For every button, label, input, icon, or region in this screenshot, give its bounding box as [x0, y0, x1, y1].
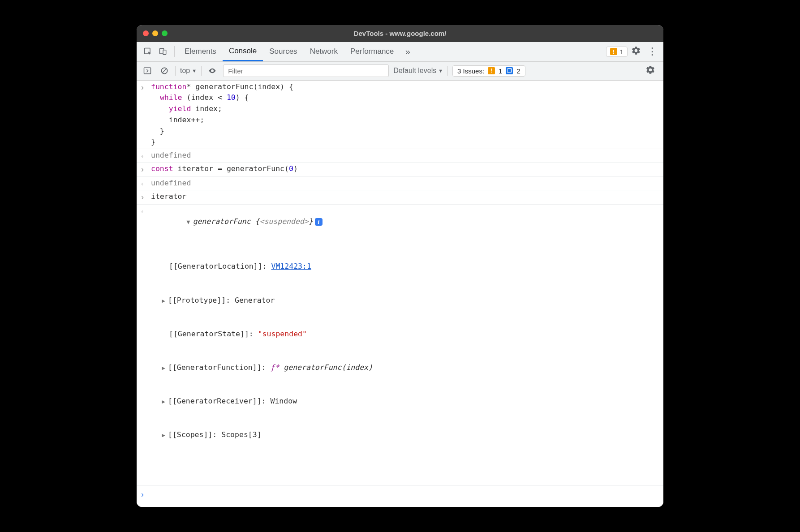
- tab-console[interactable]: Console: [223, 42, 263, 61]
- disclosure-triangle-icon[interactable]: ▶: [162, 431, 168, 440]
- object-preview[interactable]: ▼generatorFunc {<suspended>}i [[Generato…: [151, 206, 659, 485]
- info-badge-icon[interactable]: i: [315, 218, 323, 226]
- filter-input[interactable]: [223, 64, 389, 77]
- window-title: DevTools - www.google.com/: [137, 30, 663, 37]
- property-row[interactable]: ▶[[GeneratorReceiver]]: Window: [169, 395, 659, 407]
- svg-rect-2: [163, 50, 166, 55]
- context-selector[interactable]: top ▼: [180, 67, 197, 75]
- property-row[interactable]: [[GeneratorState]]: "suspended": [169, 328, 659, 340]
- clear-console-icon[interactable]: [158, 64, 171, 77]
- levels-label: Default levels: [393, 67, 436, 75]
- tab-elements[interactable]: Elements: [178, 42, 223, 61]
- close-window-button[interactable]: [143, 30, 149, 36]
- input-chevron-icon: [141, 163, 151, 176]
- divider: [174, 46, 175, 57]
- svg-rect-3: [144, 68, 151, 74]
- input-chevron-icon: [141, 82, 151, 148]
- tab-performance[interactable]: Performance: [344, 42, 400, 61]
- traffic-lights: [143, 30, 168, 36]
- svg-line-5: [162, 69, 167, 73]
- settings-icon[interactable]: [631, 46, 641, 57]
- inspect-element-icon[interactable]: [140, 44, 155, 59]
- chevron-down-icon: ▼: [438, 68, 443, 73]
- console-input-row[interactable]: const iterator = generatorFunc(0): [137, 163, 663, 177]
- issues-info-count: 2: [516, 67, 520, 75]
- console-output-row: undefined: [137, 177, 663, 190]
- issues-warn-count: 1: [499, 67, 502, 75]
- console-output-row: ▼generatorFunc {<suspended>}i [[Generato…: [137, 205, 663, 486]
- live-expression-icon[interactable]: [206, 64, 219, 77]
- property-row[interactable]: ▶[[Prototype]]: Generator: [169, 295, 659, 306]
- titlebar: DevTools - www.google.com/: [137, 25, 663, 42]
- prompt-chevron-icon: [141, 489, 151, 501]
- warning-count: 1: [620, 48, 624, 56]
- source-link[interactable]: VM12423:1: [271, 262, 311, 270]
- output-chevron-icon: [141, 178, 151, 189]
- more-tabs-icon[interactable]: »: [400, 44, 415, 59]
- console-settings-icon[interactable]: [645, 65, 655, 77]
- code-block: function* generatorFunc(index) { while (…: [151, 82, 659, 148]
- sidebar-toggle-icon[interactable]: [141, 64, 154, 77]
- output-chevron-icon: [141, 150, 151, 161]
- property-row[interactable]: [[GeneratorLocation]]: VM12423:1: [169, 261, 659, 272]
- warning-icon: !: [488, 67, 495, 74]
- output-value: undefined: [151, 178, 659, 189]
- issues-label: 3 Issues:: [457, 67, 484, 75]
- divider: [175, 66, 176, 76]
- code-line: iterator: [151, 191, 659, 203]
- console-prompt-row[interactable]: [137, 485, 663, 507]
- issues-pill[interactable]: 3 Issues: ! 1 ❐ 2: [452, 65, 525, 77]
- device-toggle-icon[interactable]: [155, 44, 171, 59]
- property-row[interactable]: ▶[[Scopes]]: Scopes[3]: [169, 429, 659, 441]
- console-prompt[interactable]: [151, 489, 659, 501]
- divider: [447, 66, 448, 76]
- info-icon: ❐: [506, 67, 513, 74]
- output-value: undefined: [151, 150, 659, 161]
- object-name: generatorFunc: [193, 217, 250, 226]
- minimize-window-button[interactable]: [152, 30, 158, 36]
- tab-network[interactable]: Network: [304, 42, 344, 61]
- kebab-menu-icon[interactable]: ⋮: [645, 46, 660, 57]
- divider: [201, 66, 202, 76]
- property-row[interactable]: ▶[[GeneratorFunction]]: ƒ* generatorFunc…: [169, 362, 659, 373]
- console-toolbar: top ▼ Default levels ▼ 3 Issues: ! 1 ❐ 2: [137, 62, 663, 81]
- input-chevron-icon: [141, 191, 151, 203]
- console-input-row[interactable]: function* generatorFunc(index) { while (…: [137, 81, 663, 150]
- main-tabbar: Elements Console Sources Network Perform…: [137, 42, 663, 62]
- log-levels-selector[interactable]: Default levels ▼: [393, 67, 443, 75]
- console-output-row: undefined: [137, 149, 663, 163]
- warning-icon: !: [610, 48, 617, 55]
- chevron-down-icon: ▼: [192, 68, 197, 73]
- code-line: const iterator = generatorFunc(0): [151, 163, 659, 176]
- output-chevron-icon: [141, 206, 151, 485]
- disclosure-triangle-icon[interactable]: ▶: [162, 397, 168, 406]
- console-input-row[interactable]: iterator: [137, 190, 663, 205]
- context-label: top: [180, 67, 190, 75]
- disclosure-triangle-icon[interactable]: ▶: [162, 296, 168, 305]
- tab-sources[interactable]: Sources: [263, 42, 303, 61]
- devtools-window: DevTools - www.google.com/ Elements Cons…: [137, 25, 663, 507]
- console-body: function* generatorFunc(index) { while (…: [137, 81, 663, 507]
- maximize-window-button[interactable]: [162, 30, 168, 36]
- disclosure-triangle-icon[interactable]: ▶: [162, 364, 168, 373]
- warnings-badge[interactable]: ! 1: [606, 47, 628, 57]
- disclosure-triangle-icon[interactable]: ▼: [186, 218, 193, 227]
- object-properties: [[GeneratorLocation]]: VM12423:1 ▶[[Prot…: [151, 239, 659, 463]
- object-state: <suspended>: [260, 217, 309, 226]
